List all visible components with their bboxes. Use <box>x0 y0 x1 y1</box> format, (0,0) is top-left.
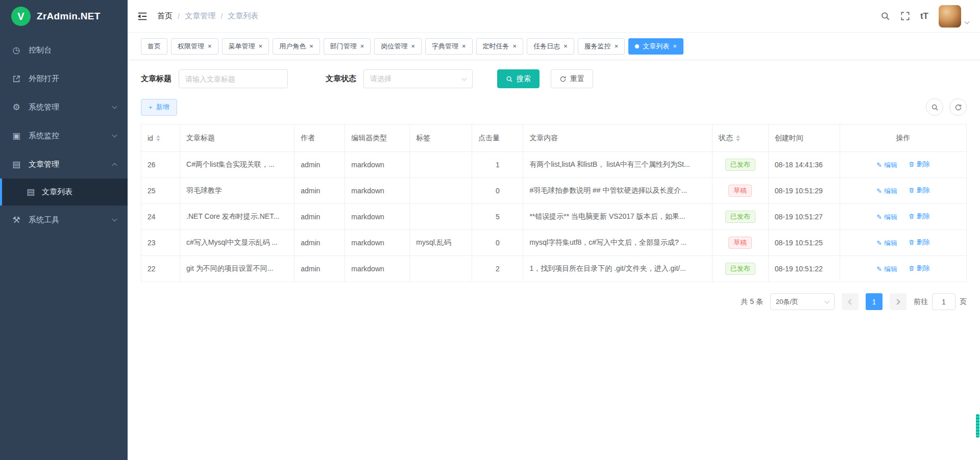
chevron-down-icon <box>112 104 117 109</box>
breadcrumb-item[interactable]: 文章列表 <box>228 11 258 21</box>
tab-service-monitor[interactable]: 服务监控 × <box>578 38 625 55</box>
search-button[interactable]: 搜索 <box>497 69 540 88</box>
scrollbar-thumb[interactable] <box>976 414 979 438</box>
sidebar-item-system-monitor[interactable]: ▣ 系统监控 <box>0 121 128 150</box>
logo-letter: V <box>17 11 24 22</box>
tab-permission[interactable]: 权限管理 × <box>171 38 218 55</box>
article-title-input[interactable] <box>179 69 288 88</box>
font-size-icon[interactable]: tT <box>920 11 928 21</box>
fullscreen-icon[interactable] <box>900 11 910 21</box>
reset-button[interactable]: 重置 <box>551 69 593 88</box>
tab-dictionary[interactable]: 字典管理 × <box>425 38 473 55</box>
edit-button[interactable]: ✎编辑 <box>876 265 897 274</box>
plus-icon: + <box>149 104 153 111</box>
column-header-status[interactable]: 状态 <box>712 124 768 152</box>
close-icon[interactable]: × <box>411 43 415 49</box>
tab-user-role[interactable]: 用户角色 × <box>273 38 320 55</box>
column-header-editor: 编辑器类型 <box>345 124 410 152</box>
app-root: V ZrAdmin.NET ◷ 控制台 外部打开 ⚙ 系统管理 ▣ <box>0 0 980 460</box>
sidebar-item-external[interactable]: 外部打开 <box>0 64 128 93</box>
edit-button[interactable]: ✎编辑 <box>876 161 897 170</box>
tab-label: 权限管理 <box>178 42 204 51</box>
chevron-down-icon[interactable] <box>965 19 970 24</box>
prev-page-button[interactable] <box>842 293 859 310</box>
article-status-select[interactable]: 请选择 <box>363 69 473 88</box>
close-icon[interactable]: × <box>208 43 212 49</box>
page-size-select[interactable]: 20条/页 <box>770 293 835 310</box>
breadcrumb: 首页 文章管理 文章列表 <box>157 11 258 21</box>
close-icon[interactable]: × <box>615 43 619 49</box>
close-icon[interactable]: × <box>259 43 263 49</box>
select-placeholder: 请选择 <box>370 74 391 84</box>
breadcrumb-item[interactable]: 文章管理 <box>185 11 215 21</box>
tab-article-list[interactable]: 文章列表 × <box>628 38 683 55</box>
external-link-icon <box>11 74 21 83</box>
close-icon[interactable]: × <box>513 43 517 49</box>
sidebar-item-dashboard[interactable]: ◷ 控制台 <box>0 36 128 64</box>
delete-button[interactable]: 删除 <box>909 212 930 221</box>
file-icon: ▤ <box>26 187 36 197</box>
active-dot-icon <box>635 44 639 48</box>
edit-button[interactable]: ✎编辑 <box>876 187 897 196</box>
column-header-id[interactable]: id <box>141 124 180 152</box>
edit-button[interactable]: ✎编辑 <box>876 213 897 222</box>
tab-label: 岗位管理 <box>381 42 407 51</box>
status-badge: 已发布 <box>725 159 755 171</box>
tools-icon: ⚒ <box>11 215 21 225</box>
tab-label: 用户角色 <box>279 42 306 51</box>
table-row: 22 git 为不同的项目设置不同... admin markdown 2 1，… <box>141 256 967 282</box>
trash-icon <box>909 265 915 271</box>
sidebar-item-article-admin[interactable]: ▤ 文章管理 <box>0 150 128 178</box>
edit-icon: ✎ <box>876 213 882 221</box>
avatar[interactable] <box>939 5 961 28</box>
sidebar-collapse-icon[interactable] <box>137 11 148 22</box>
search-icon[interactable] <box>880 11 890 21</box>
close-icon[interactable]: × <box>564 43 568 49</box>
sidebar-item-label: 控制台 <box>29 45 52 55</box>
add-button[interactable]: + 新增 <box>141 99 177 116</box>
close-icon[interactable]: × <box>673 43 677 49</box>
toolbar-right <box>926 98 967 116</box>
sort-icon[interactable] <box>156 135 160 141</box>
close-icon[interactable]: × <box>462 43 466 49</box>
breadcrumb-separator <box>178 12 180 20</box>
main-area: 首页 文章管理 文章列表 tT 首页 <box>128 0 980 460</box>
refresh-button[interactable] <box>949 98 967 116</box>
chevron-down-icon <box>825 298 830 303</box>
column-header-created: 创建时间 <box>768 124 840 152</box>
close-icon[interactable]: × <box>360 43 364 49</box>
tab-task-log[interactable]: 任务日志 × <box>527 38 574 55</box>
tab-menu-admin[interactable]: 菜单管理 × <box>222 38 270 55</box>
tab-department[interactable]: 部门管理 × <box>324 38 371 55</box>
sort-icon[interactable] <box>736 135 740 141</box>
article-table: id 文章标题 作者 编辑器类型 标签 点击量 文章内容 状态 <box>141 124 967 282</box>
sidebar-item-system-admin[interactable]: ⚙ 系统管理 <box>0 93 128 121</box>
tab-label: 菜单管理 <box>229 42 255 51</box>
delete-button[interactable]: 删除 <box>909 238 930 247</box>
sidebar-item-system-tools[interactable]: ⚒ 系统工具 <box>0 206 128 234</box>
trash-icon <box>909 161 915 167</box>
page-number-button[interactable]: 1 <box>866 293 883 310</box>
page-content: 文章标题 文章状态 请选择 搜索 重置 <box>128 60 980 460</box>
edit-button[interactable]: ✎编辑 <box>876 239 897 248</box>
goto-page-input[interactable] <box>932 293 955 310</box>
tab-post[interactable]: 岗位管理 × <box>374 38 422 55</box>
delete-button[interactable]: 删除 <box>909 186 930 195</box>
tab-scheduled-task[interactable]: 定时任务 × <box>476 38 524 55</box>
close-icon[interactable]: × <box>309 43 313 49</box>
delete-button[interactable]: 删除 <box>909 264 930 273</box>
toggle-search-button[interactable] <box>926 98 943 116</box>
sidebar-item-article-list[interactable]: ▤ 文章列表 <box>0 178 128 206</box>
tab-home[interactable]: 首页 <box>141 38 167 55</box>
header-actions: tT <box>880 5 969 28</box>
breadcrumb-item[interactable]: 首页 <box>157 11 173 21</box>
sidebar-item-label: 系统工具 <box>29 215 59 225</box>
chevron-down-icon <box>112 216 117 221</box>
delete-button[interactable]: 删除 <box>909 160 930 169</box>
next-page-button[interactable] <box>890 293 906 310</box>
document-icon: ▤ <box>11 159 21 170</box>
tab-label: 定时任务 <box>483 42 509 51</box>
logo-icon: V <box>11 7 31 26</box>
tab-label: 服务监控 <box>584 42 611 51</box>
status-badge: 草稿 <box>728 185 752 197</box>
